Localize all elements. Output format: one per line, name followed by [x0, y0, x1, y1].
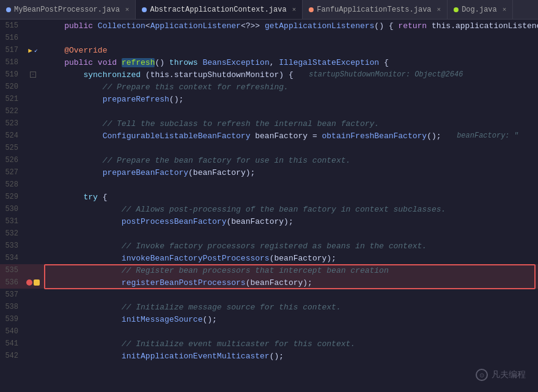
token: public — [45, 58, 98, 67]
token: (); — [202, 315, 216, 324]
watermark-icon: ⊙ — [476, 369, 488, 381]
gutter-row-526: 526 — [0, 154, 43, 166]
token: obtainFreshBeanFactory — [322, 131, 427, 141]
token: (); — [270, 352, 284, 361]
editor: 515 516 517 ▶ ↙ 518 519 - — [0, 20, 538, 392]
token: prepareBeanFactory — [103, 168, 188, 177]
tab-close-3[interactable]: × — [437, 6, 441, 13]
gutter-row-516: 516 — [0, 32, 43, 44]
tab-dot-3 — [309, 7, 314, 12]
gutter-row-517: 517 ▶ ↙ — [0, 44, 43, 56]
line-num-528: 528 — [0, 180, 23, 189]
token: { — [379, 58, 389, 67]
watermark: ⊙ 凡夫编程 — [476, 369, 526, 381]
code-line-524: ConfigurableListableBeanFactory beanFact… — [43, 130, 538, 142]
line-num-536: 536 — [0, 278, 23, 287]
line-num-535: 535 — [0, 266, 23, 275]
token: (); — [427, 131, 451, 141]
code-line-536: registerBeanPostProcessors(beanFactory); — [43, 276, 538, 289]
tab-close-2[interactable]: × — [292, 6, 297, 13]
token: beanFactory: " — [457, 131, 518, 140]
line-num-523: 523 — [0, 119, 23, 128]
tab-dot-1 — [6, 7, 11, 12]
token: beanFactory = — [250, 131, 322, 141]
token: (beanFactory); — [270, 254, 336, 263]
token — [45, 315, 122, 324]
token: prepareRefresh — [103, 95, 169, 104]
line-num-532: 532 — [0, 229, 23, 238]
editor-container: public Collection<ApplicationListener<?>… — [43, 20, 538, 392]
token: synchronized — [83, 70, 145, 80]
code-lines: public Collection<ApplicationListener<?>… — [43, 20, 538, 362]
tab-dog[interactable]: Dog.java × — [448, 0, 513, 19]
token: { — [103, 193, 108, 202]
token: // Register bean processors that interce… — [45, 266, 389, 275]
line-num-538: 538 — [0, 303, 23, 311]
token: // Initialize message source for this co… — [45, 303, 341, 312]
line-num-515: 515 — [0, 21, 23, 30]
token: initApplicationEventMulticaster — [122, 352, 270, 361]
token — [45, 131, 103, 141]
token — [45, 193, 83, 202]
token: // Allows post-processing of the bean fa… — [45, 205, 446, 214]
code-line-535: // Register bean processors that interce… — [43, 264, 538, 276]
code-line-531: postProcessBeanFactory(beanFactory); — [43, 215, 538, 227]
code-line-537 — [43, 289, 538, 301]
tab-close-1[interactable]: × — [125, 6, 130, 13]
token: initMessageSource — [122, 315, 203, 324]
gutter-row-532: 532 — [0, 227, 43, 240]
fold-marker-519[interactable]: - — [30, 72, 36, 78]
code-line-528 — [43, 179, 538, 191]
watermark-text: 凡夫编程 — [492, 369, 526, 380]
token: registerBeanPostProcessors — [122, 278, 246, 287]
token: // Prepare this context for refreshing. — [45, 83, 289, 92]
tab-mybeanpostprocessor[interactable]: MyBeanPostProcessor.java × — [0, 0, 136, 19]
token: // Initialize event multicaster for this… — [45, 339, 355, 349]
gutter-row-521: 521 — [0, 93, 43, 105]
token: Collection — [98, 21, 146, 31]
code-line-527: prepareBeanFactory(beanFactory); — [43, 166, 538, 179]
token — [45, 70, 83, 80]
token: // Prepare the bean factory for use in t… — [45, 156, 350, 165]
line-num-533: 533 — [0, 242, 23, 250]
bookmark-536[interactable] — [34, 279, 40, 286]
line-num-522: 522 — [0, 107, 23, 116]
code-line-539: initMessageSource(); — [43, 313, 538, 325]
code-line-534: invokeBeanFactoryPostProcessors(beanFact… — [43, 252, 538, 264]
line-num-525: 525 — [0, 144, 23, 152]
line-num-516: 516 — [0, 34, 23, 42]
tab-bar: MyBeanPostProcessor.java × AbstractAppli… — [0, 0, 538, 20]
code-area: public Collection<ApplicationListener<?>… — [43, 20, 538, 362]
tab-close-4[interactable]: × — [503, 6, 507, 13]
line-num-524: 524 — [0, 131, 23, 140]
token: refresh — [122, 58, 155, 67]
code-line-532 — [43, 227, 538, 240]
gutter-row-530: 530 — [0, 203, 43, 215]
gutter-row-525: 525 — [0, 142, 43, 154]
gutter-row-529: 529 — [0, 191, 43, 203]
token: () { — [374, 21, 398, 31]
line-num-521: 521 — [0, 95, 23, 103]
gutter-row-522: 522 — [0, 105, 43, 117]
gutter-row-528: 528 — [0, 179, 43, 191]
token: (this.startupShutdownMonitor) { — [146, 70, 303, 80]
code-line-541: // Initialize event multicaster for this… — [43, 338, 538, 350]
gutter-row-542: 542 — [0, 350, 43, 362]
breakpoint-536[interactable] — [26, 279, 32, 286]
line-num-529: 529 — [0, 193, 23, 201]
gutter-icons-536 — [23, 279, 43, 286]
line-num-540: 540 — [0, 327, 23, 336]
gutter-row-531: 531 — [0, 215, 43, 227]
tab-abstractapplicationcontext[interactable]: AbstractApplicationContext.java × — [136, 0, 303, 19]
code-line-516 — [43, 32, 538, 44]
tab-label-4: Dog.java — [462, 6, 497, 14]
token: invokeBeanFactoryPostProcessors — [122, 254, 270, 263]
gutter-row-538: 538 — [0, 301, 43, 313]
gutter-row-539: 539 — [0, 313, 43, 325]
tab-fanfuapplicationtests[interactable]: FanfuApplicationTests.java × — [303, 0, 448, 19]
token — [45, 95, 103, 104]
token: <?>> — [241, 21, 265, 31]
gutter-row-520: 520 — [0, 81, 43, 93]
line-num-520: 520 — [0, 83, 23, 91]
token: try — [83, 193, 102, 202]
